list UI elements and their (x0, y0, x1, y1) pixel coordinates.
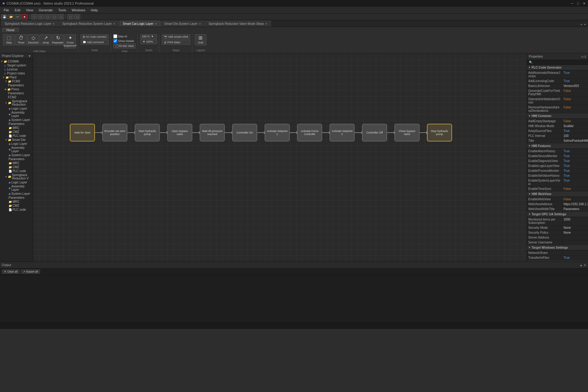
sidebar-item-system-layer-3[interactable]: ◈ System Layer (0, 192, 33, 196)
flow-step-wait-for-start[interactable]: Wait for Start (70, 124, 95, 141)
sidebar-item-fcm2[interactable]: ▼ 📁 FCM2 (0, 79, 33, 83)
prop-val[interactable]: True (562, 168, 588, 173)
prop-val[interactable]: True (562, 79, 588, 83)
menu-help[interactable]: Help (89, 8, 100, 13)
menu-windows[interactable]: Windows (69, 8, 88, 13)
tab-scroll-right[interactable]: ► (584, 23, 587, 26)
flow-step-open-bypass[interactable]: Open bypass valve (167, 124, 192, 141)
ribbon-btn-jump[interactable]: ↗ Jump (40, 34, 51, 45)
ribbon-btn-screenshot[interactable]: 📷 Add screen-shot (162, 34, 190, 39)
tab-valve-mode-steps[interactable]: Springback Reduction Valve Mode Steps ✕ (205, 21, 271, 27)
sidebar-item-license[interactable]: ▷ License (0, 67, 33, 71)
toolbar-btn-9[interactable]: ⬚ (58, 14, 64, 20)
props-section-hmi-common[interactable]: ▼ HMI Common (527, 113, 588, 119)
menu-view[interactable]: View (24, 8, 36, 13)
tab-smart-die-system[interactable]: Smart Die.System Layer ✕ (161, 21, 205, 27)
minimize-button[interactable]: ─ (571, 2, 574, 6)
sidebar-item-fcm2-press[interactable]: FCM2 (0, 95, 33, 99)
sidebar-item-assembly-layer-2[interactable]: ◈ Assembly Layer (0, 146, 33, 153)
sidebar-item-system-layer-2[interactable]: ◈ System Layer (0, 153, 33, 157)
prop-val[interactable]: None (562, 230, 588, 235)
flow-step-controller-on[interactable]: Controller On (232, 124, 257, 141)
prop-val[interactable]: False (562, 105, 588, 113)
prop-val[interactable]: False (562, 187, 588, 191)
output-clear-btn[interactable]: ✕ Clear all (2, 270, 20, 274)
tab-close-btn[interactable]: ✕ (155, 22, 157, 25)
prop-val[interactable]: True (562, 129, 588, 133)
menu-generate[interactable]: Generate (36, 8, 55, 13)
show-details-checkbox[interactable] (113, 39, 117, 43)
toolbar-btn-2[interactable]: 📂 (8, 14, 14, 20)
sidebar-item-plant[interactable]: ▼ 📁 Plant (0, 75, 33, 79)
sidebar-item-springback[interactable]: ▼ 📁 Springback Reduction (0, 99, 33, 107)
prop-val[interactable]: True (562, 149, 588, 153)
prop-val[interactable]: Parameters (562, 207, 588, 211)
sidebar-item-cmz-1[interactable]: 📁 CMZ (0, 130, 33, 134)
step-id-checkbox[interactable] (113, 34, 117, 38)
menu-edit[interactable]: Edit (12, 8, 23, 13)
sidebar-item-plccode-3[interactable]: 📄 PLC code (0, 208, 33, 212)
prop-val[interactable]: False (562, 119, 588, 123)
sidebar-item-mrc-1[interactable]: 📁 MRC (0, 126, 33, 130)
prop-val[interactable]: False (562, 97, 588, 105)
sidebar-item-params-3[interactable]: Parameters (0, 196, 33, 200)
sidebar-item-mrc-2[interactable]: 📁 MRC (0, 161, 33, 165)
output-close-icon[interactable]: ✕ (584, 264, 586, 267)
tab-smart-car-logic[interactable]: Smart Car.Logic Layer ✕ (119, 21, 160, 27)
output-export-btn[interactable]: ↗ Export all (21, 270, 40, 274)
ribbon-btn-print[interactable]: 🖨 Print steps (162, 40, 190, 45)
ribbon-btn-add-comment[interactable]: 💬 Add comment (81, 40, 109, 45)
title-bar-controls[interactable]: ─ □ ✕ (571, 2, 586, 6)
props-section-hmi-features[interactable]: ▼ HMI Features (527, 143, 588, 149)
close-button[interactable]: ✕ (583, 2, 586, 6)
prop-val[interactable]: Scalble (562, 124, 588, 128)
maximize-button[interactable]: □ (577, 2, 579, 6)
ribbon-btn-grid[interactable]: ⊞ Grid (195, 34, 206, 45)
sidebar-item-assembly-layer-1[interactable]: ◈ Assembly Layer (0, 111, 33, 118)
output-collapse-icon[interactable]: ▲ (580, 264, 582, 267)
props-section-windows-settings[interactable]: ▼ Target Windows Settings (527, 245, 588, 251)
prop-val[interactable]: None (562, 225, 588, 230)
ribbon-home-button[interactable]: Home (2, 28, 19, 32)
prop-val[interactable]: True (562, 159, 588, 163)
props-section-plc-code[interactable]: ▼ PLC Code Generator (527, 65, 588, 70)
tab-springback-logic[interactable]: Springback Reduction.Logic Layer ✕ (1, 21, 58, 27)
sidebar-item-plccode-2[interactable]: 📄 PLC code (0, 169, 33, 173)
toolbar-btn-10[interactable]: ⬚ (67, 14, 74, 20)
sidebar-item-assembly-layer-3[interactable]: ◈ Assembly Layer (0, 184, 33, 192)
prop-val[interactable]: True (562, 164, 588, 168)
toolbar-btn-7[interactable]: ⬚ (44, 14, 51, 20)
flow-step-controller-off[interactable]: Controller Off (362, 124, 387, 141)
ribbon-btn-fit[interactable]: ⛶ Fit into View (113, 43, 136, 48)
props-section-hmi-webview[interactable]: ▼ HMI WebView (527, 191, 588, 197)
sidebar-item-logic-layer-3[interactable]: ◈ Logic Layer (0, 180, 33, 184)
toolbar-btn-4[interactable]: ■ (21, 14, 28, 20)
canvas-area[interactable]: Wait for Start Encoder set zero position… (33, 53, 527, 262)
sidebar-item-params-1[interactable]: Parameters (0, 122, 33, 126)
sidebar-item-smartdie[interactable]: ▼ 📁 Smart Die (0, 138, 33, 142)
prop-val[interactable]: False (562, 197, 588, 202)
ribbon-btn-100[interactable]: ▼ 100% (140, 39, 157, 44)
tab-springback-system[interactable]: Springback Reduction.System Layer ✕ (59, 21, 119, 27)
toolbar-btn-5[interactable]: ⬚ (31, 14, 37, 20)
prop-val[interactable]: True (562, 255, 588, 260)
ribbon-zoom-dropdown[interactable]: 100 % ▼ (140, 34, 157, 39)
ribbon-checkbox-show-details[interactable]: Show Details (113, 39, 136, 43)
menu-file[interactable]: File (1, 8, 12, 13)
sidebar-item-system-layer-1[interactable]: ◈ System Layer (0, 118, 33, 122)
prop-val[interactable]: True (562, 178, 588, 186)
ribbon-btn-decision[interactable]: ◇ Decision (28, 34, 39, 45)
flow-step-stop-pump[interactable]: Stop hydraulic pump (427, 124, 452, 141)
sidebar-item-project-notes[interactable]: ▷ Project notes (0, 71, 33, 75)
toolbar-btn-1[interactable]: 💾 (1, 14, 7, 20)
prop-val[interactable]: https://192.168.1.1 (562, 202, 588, 206)
ribbon-btn-cross-sequence[interactable]: ✦ Cross Sequence* (64, 34, 76, 48)
sidebar-item-plccode-1[interactable]: 📄 PLC code (0, 134, 33, 138)
sidebar-item-target-system[interactable]: ▷ Target system (0, 63, 33, 67)
menu-tools[interactable]: Tools (56, 8, 69, 13)
prop-val[interactable]: False (562, 89, 588, 96)
prop-val[interactable]: SelmoPointedHMI (562, 138, 588, 143)
flow-step-hydraulic[interactable]: Start hydraulic pump (135, 124, 160, 141)
flow-step-encoder[interactable]: Encoder set zero position (102, 124, 127, 141)
flow-step-wait-pressure[interactable]: Wait till pressure reached (200, 124, 225, 141)
